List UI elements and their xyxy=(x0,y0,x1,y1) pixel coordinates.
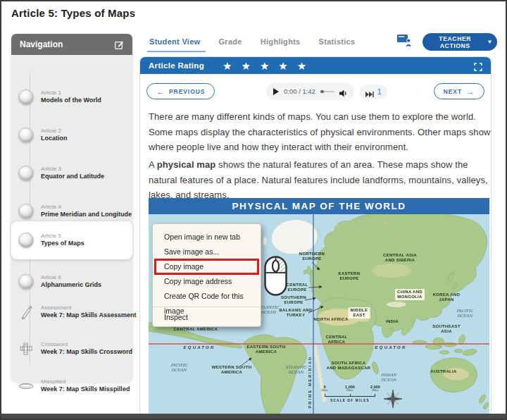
sidebar-item-prime-meridian-and-longitude[interactable]: Article 4Prime Meridian and Longitude xyxy=(18,199,128,224)
sidebar-item-week-7-map-skills-misspilled[interactable]: MisspilledWeek 7: Map Skills Misspilled xyxy=(18,373,128,399)
sidebar-item-kind: Article 6 xyxy=(41,274,101,281)
next-label: NEXT xyxy=(444,88,462,95)
context-menu: Open image in new tabSave image as...Cop… xyxy=(152,223,261,327)
context-menu-item-open-image-in-new-tab[interactable]: Open image in new tab xyxy=(153,230,261,245)
sphere-icon xyxy=(18,166,34,181)
tab-bar: Student ViewGradeHighlightsStatistics xyxy=(149,37,355,46)
sidebar-item-label: Week 7: Map Skills Crossword xyxy=(41,348,128,356)
sidebar-item-kind: Assessment xyxy=(41,304,128,311)
sidebar-item-label: Alphanumeric Grids xyxy=(41,281,101,289)
sidebar-item-types-of-maps[interactable]: Article 5Types of Maps xyxy=(11,221,132,259)
sidebar-item-kind: Misspilled xyxy=(41,378,128,385)
navigation-header: Navigation xyxy=(11,34,132,55)
tab-grade[interactable]: Grade xyxy=(218,37,242,46)
expand-icon[interactable] xyxy=(474,61,482,70)
window-bottom-edge xyxy=(1,414,506,419)
play-icon[interactable] xyxy=(273,88,279,95)
sidebar-item-label: Equator and Latitude xyxy=(41,173,104,180)
sidebar-item-label: Location xyxy=(41,135,68,142)
spill-icon xyxy=(18,378,34,394)
app-window: Article 5: Types of Maps Navigation Arti… xyxy=(0,0,507,420)
article-rating-bar: Article Rating ★★★★★ xyxy=(140,57,491,74)
sidebar-item-kind: Article 3 xyxy=(41,166,104,173)
map-title: PHYSICAL MAP OF THE WORLD xyxy=(149,198,489,214)
audio-time: 0:00 / 1:42 xyxy=(284,87,315,95)
navigation-sidebar: Navigation Article 1Models of the WorldA… xyxy=(11,34,132,382)
article-rating-label: Article Rating xyxy=(149,61,204,70)
scale-tick: 0Miles xyxy=(322,385,328,392)
context-menu-item-save-image-as[interactable]: Save image as... xyxy=(153,245,261,259)
sidebar-item-models-of-the-world[interactable]: Article 1Models of the World xyxy=(18,85,128,110)
playback-speed-icon xyxy=(365,88,374,95)
star-rating[interactable]: ★★★★★ xyxy=(223,61,306,71)
sphere-icon xyxy=(18,274,34,290)
star-icon[interactable]: ★ xyxy=(223,61,232,71)
map-scale-bar: 0Miles1,000Miles2,000Miles SCALE OF MILE… xyxy=(325,385,375,402)
sidebar-item-week-7-map-skills-assessment[interactable]: AssessmentWeek 7: Map Skills Assessment xyxy=(18,299,128,325)
sidebar-item-alphanumeric-grids[interactable]: Article 6Alphanumeric Grids xyxy=(18,269,128,295)
sidebar-item-label: Week 7: Map Skills Assessment xyxy=(41,311,128,319)
tab-statistics[interactable]: Statistics xyxy=(319,37,356,46)
article-paragraph-1: There are many different kinds of maps. … xyxy=(149,109,491,155)
volume-icon[interactable] xyxy=(339,87,347,95)
sidebar-item-week-7-map-skills-crossword[interactable]: CrosswordWeek 7: Map Skills Crossword xyxy=(18,336,128,362)
student-presentation-icon[interactable] xyxy=(397,35,412,47)
article-panel: Article Rating ★★★★★ ← PREVIOUS 0:00 / 1… xyxy=(139,56,492,420)
previous-label: PREVIOUS xyxy=(169,88,205,95)
pencil-icon xyxy=(18,304,34,320)
sphere-icon xyxy=(18,233,34,248)
scale-bar-line xyxy=(325,394,375,397)
crossword-icon xyxy=(18,341,34,357)
map-body: NORTHERN EUROPEEASTERN EUROPECENTRAL EUR… xyxy=(149,214,489,417)
article-paragraph-2: A physical map shows the natural feature… xyxy=(149,157,491,203)
sidebar-item-kind: Article 1 xyxy=(41,89,101,97)
sidebar-item-location[interactable]: Article 2Location xyxy=(18,123,128,148)
tab-student-view[interactable]: Student View xyxy=(149,37,200,46)
star-icon[interactable]: ★ xyxy=(241,61,250,71)
page-title: Article 5: Types of Maps xyxy=(11,7,135,19)
caret-down-icon: ▼ xyxy=(487,39,493,45)
sidebar-item-equator-and-latitude[interactable]: Article 3Equator and Latitude xyxy=(18,161,128,186)
previous-button[interactable]: ← PREVIOUS xyxy=(146,83,215,99)
mouse-right-click-icon xyxy=(264,256,287,296)
sidebar-item-kind: Article 4 xyxy=(41,204,128,211)
physical-map-image[interactable]: PHYSICAL MAP OF THE WORLD xyxy=(149,198,489,417)
sidebar-item-label: Week 7: Map Skills Misspilled xyxy=(41,385,128,393)
context-menu-item-copy-image-address[interactable]: Copy image address xyxy=(153,274,261,289)
star-icon[interactable]: ★ xyxy=(278,61,287,71)
navigation-list: Article 1Models of the WorldArticle 2Loc… xyxy=(11,55,132,382)
sphere-icon xyxy=(18,204,34,219)
sidebar-item-kind: Article 5 xyxy=(41,233,84,240)
sidebar-item-kind: Crossword xyxy=(41,341,128,348)
sidebar-item-label: Prime Meridian and Longitude xyxy=(41,211,128,218)
tab-highlights[interactable]: Highlights xyxy=(261,37,301,46)
audio-player[interactable]: 0:00 / 1:42 xyxy=(266,82,354,100)
teacher-actions-button[interactable]: TEACHER ACTIONS ▼ xyxy=(423,33,497,51)
playback-speed-control[interactable]: 1 xyxy=(360,85,387,99)
arrow-left-icon: ← xyxy=(156,87,165,96)
context-menu-item-copy-image[interactable]: Copy image xyxy=(153,259,261,274)
scale-tick: 2,000Miles xyxy=(370,385,380,392)
sphere-icon xyxy=(18,89,34,105)
star-icon[interactable]: ★ xyxy=(260,61,269,71)
sphere-icon xyxy=(18,128,34,143)
scale-tick: 1,000Miles xyxy=(345,385,355,392)
sidebar-item-label: Types of Maps xyxy=(41,240,84,247)
arrow-right-icon: → xyxy=(466,87,475,96)
next-button[interactable]: NEXT → xyxy=(434,83,484,99)
playback-speed-value: 1 xyxy=(377,88,382,96)
sidebar-item-label: Models of the World xyxy=(41,97,101,104)
teacher-actions-label: TEACHER ACTIONS xyxy=(427,35,483,49)
sidebar-item-kind: Article 2 xyxy=(41,128,68,135)
context-menu-item-create-qr-code-for-this-image[interactable]: Create QR Code for this image xyxy=(153,289,261,304)
star-icon[interactable]: ★ xyxy=(297,61,306,71)
edit-icon[interactable] xyxy=(115,40,124,49)
scale-caption: SCALE OF MILES xyxy=(325,399,375,402)
context-menu-item-inspect[interactable]: Inspect xyxy=(153,310,261,325)
audio-progress-slider[interactable] xyxy=(320,91,334,92)
navigation-header-label: Navigation xyxy=(20,39,63,49)
